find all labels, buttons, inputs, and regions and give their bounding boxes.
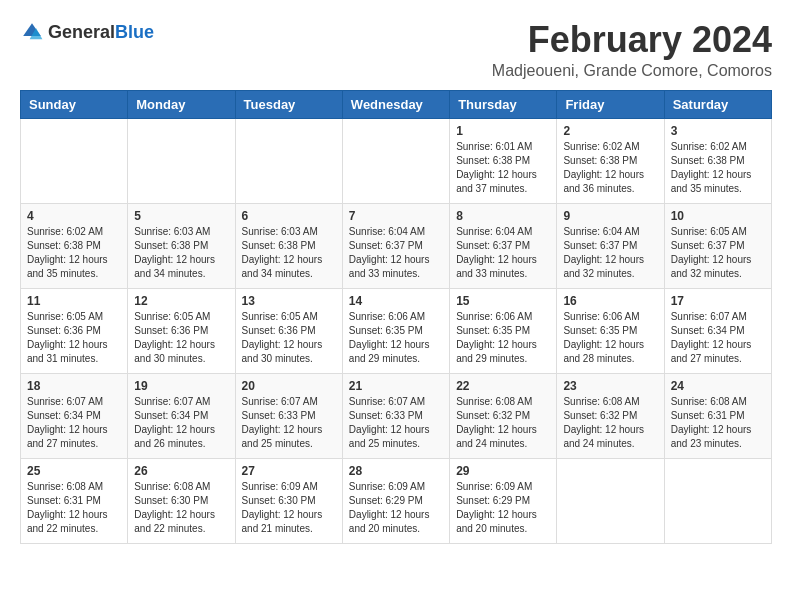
day-info: Sunrise: 6:05 AM Sunset: 6:36 PM Dayligh… [27, 310, 121, 366]
day-info: Sunrise: 6:06 AM Sunset: 6:35 PM Dayligh… [563, 310, 657, 366]
page-header: GeneralBlue February 2024 Madjeoueni, Gr… [20, 20, 772, 80]
calendar-cell: 29Sunrise: 6:09 AM Sunset: 6:29 PM Dayli… [450, 458, 557, 543]
calendar-week-row: 18Sunrise: 6:07 AM Sunset: 6:34 PM Dayli… [21, 373, 772, 458]
day-number: 7 [349, 209, 443, 223]
day-number: 6 [242, 209, 336, 223]
calendar-cell [557, 458, 664, 543]
calendar-cell: 27Sunrise: 6:09 AM Sunset: 6:30 PM Dayli… [235, 458, 342, 543]
day-info: Sunrise: 6:02 AM Sunset: 6:38 PM Dayligh… [563, 140, 657, 196]
day-info: Sunrise: 6:08 AM Sunset: 6:32 PM Dayligh… [563, 395, 657, 451]
calendar-cell: 19Sunrise: 6:07 AM Sunset: 6:34 PM Dayli… [128, 373, 235, 458]
day-number: 25 [27, 464, 121, 478]
calendar-cell: 26Sunrise: 6:08 AM Sunset: 6:30 PM Dayli… [128, 458, 235, 543]
title-area: February 2024 Madjeoueni, Grande Comore,… [492, 20, 772, 80]
day-info: Sunrise: 6:08 AM Sunset: 6:31 PM Dayligh… [671, 395, 765, 451]
calendar-cell: 14Sunrise: 6:06 AM Sunset: 6:35 PM Dayli… [342, 288, 449, 373]
calendar-cell: 10Sunrise: 6:05 AM Sunset: 6:37 PM Dayli… [664, 203, 771, 288]
calendar-header-wednesday: Wednesday [342, 90, 449, 118]
day-info: Sunrise: 6:03 AM Sunset: 6:38 PM Dayligh… [134, 225, 228, 281]
day-info: Sunrise: 6:02 AM Sunset: 6:38 PM Dayligh… [27, 225, 121, 281]
day-number: 11 [27, 294, 121, 308]
calendar-cell [664, 458, 771, 543]
calendar-cell: 15Sunrise: 6:06 AM Sunset: 6:35 PM Dayli… [450, 288, 557, 373]
day-info: Sunrise: 6:05 AM Sunset: 6:36 PM Dayligh… [242, 310, 336, 366]
day-info: Sunrise: 6:05 AM Sunset: 6:37 PM Dayligh… [671, 225, 765, 281]
calendar-cell: 1Sunrise: 6:01 AM Sunset: 6:38 PM Daylig… [450, 118, 557, 203]
calendar-cell: 9Sunrise: 6:04 AM Sunset: 6:37 PM Daylig… [557, 203, 664, 288]
day-number: 1 [456, 124, 550, 138]
day-info: Sunrise: 6:05 AM Sunset: 6:36 PM Dayligh… [134, 310, 228, 366]
day-number: 24 [671, 379, 765, 393]
day-number: 28 [349, 464, 443, 478]
calendar-week-row: 1Sunrise: 6:01 AM Sunset: 6:38 PM Daylig… [21, 118, 772, 203]
day-number: 4 [27, 209, 121, 223]
day-info: Sunrise: 6:04 AM Sunset: 6:37 PM Dayligh… [563, 225, 657, 281]
day-number: 5 [134, 209, 228, 223]
day-number: 29 [456, 464, 550, 478]
calendar-cell: 25Sunrise: 6:08 AM Sunset: 6:31 PM Dayli… [21, 458, 128, 543]
day-number: 21 [349, 379, 443, 393]
day-number: 19 [134, 379, 228, 393]
day-number: 2 [563, 124, 657, 138]
day-number: 18 [27, 379, 121, 393]
day-number: 26 [134, 464, 228, 478]
calendar-week-row: 25Sunrise: 6:08 AM Sunset: 6:31 PM Dayli… [21, 458, 772, 543]
calendar-cell [128, 118, 235, 203]
logo: GeneralBlue [20, 20, 154, 44]
calendar-week-row: 4Sunrise: 6:02 AM Sunset: 6:38 PM Daylig… [21, 203, 772, 288]
day-info: Sunrise: 6:06 AM Sunset: 6:35 PM Dayligh… [349, 310, 443, 366]
calendar-table: SundayMondayTuesdayWednesdayThursdayFrid… [20, 90, 772, 544]
day-number: 9 [563, 209, 657, 223]
day-info: Sunrise: 6:07 AM Sunset: 6:33 PM Dayligh… [242, 395, 336, 451]
calendar-cell: 4Sunrise: 6:02 AM Sunset: 6:38 PM Daylig… [21, 203, 128, 288]
day-info: Sunrise: 6:03 AM Sunset: 6:38 PM Dayligh… [242, 225, 336, 281]
calendar-cell [235, 118, 342, 203]
calendar-cell: 8Sunrise: 6:04 AM Sunset: 6:37 PM Daylig… [450, 203, 557, 288]
calendar-cell: 18Sunrise: 6:07 AM Sunset: 6:34 PM Dayli… [21, 373, 128, 458]
calendar-cell: 3Sunrise: 6:02 AM Sunset: 6:38 PM Daylig… [664, 118, 771, 203]
calendar-cell: 12Sunrise: 6:05 AM Sunset: 6:36 PM Dayli… [128, 288, 235, 373]
calendar-cell: 13Sunrise: 6:05 AM Sunset: 6:36 PM Dayli… [235, 288, 342, 373]
day-info: Sunrise: 6:09 AM Sunset: 6:29 PM Dayligh… [349, 480, 443, 536]
page-subtitle: Madjeoueni, Grande Comore, Comoros [492, 62, 772, 80]
calendar-header-tuesday: Tuesday [235, 90, 342, 118]
day-number: 13 [242, 294, 336, 308]
day-number: 23 [563, 379, 657, 393]
day-number: 14 [349, 294, 443, 308]
calendar-cell: 7Sunrise: 6:04 AM Sunset: 6:37 PM Daylig… [342, 203, 449, 288]
day-number: 10 [671, 209, 765, 223]
day-info: Sunrise: 6:04 AM Sunset: 6:37 PM Dayligh… [456, 225, 550, 281]
calendar-cell: 21Sunrise: 6:07 AM Sunset: 6:33 PM Dayli… [342, 373, 449, 458]
day-info: Sunrise: 6:09 AM Sunset: 6:29 PM Dayligh… [456, 480, 550, 536]
calendar-cell [21, 118, 128, 203]
calendar-header-friday: Friday [557, 90, 664, 118]
day-info: Sunrise: 6:09 AM Sunset: 6:30 PM Dayligh… [242, 480, 336, 536]
calendar-cell: 24Sunrise: 6:08 AM Sunset: 6:31 PM Dayli… [664, 373, 771, 458]
logo-text-blue: Blue [115, 22, 154, 42]
day-info: Sunrise: 6:08 AM Sunset: 6:31 PM Dayligh… [27, 480, 121, 536]
calendar-cell: 5Sunrise: 6:03 AM Sunset: 6:38 PM Daylig… [128, 203, 235, 288]
day-number: 12 [134, 294, 228, 308]
day-info: Sunrise: 6:08 AM Sunset: 6:32 PM Dayligh… [456, 395, 550, 451]
calendar-header-thursday: Thursday [450, 90, 557, 118]
calendar-cell: 22Sunrise: 6:08 AM Sunset: 6:32 PM Dayli… [450, 373, 557, 458]
day-info: Sunrise: 6:01 AM Sunset: 6:38 PM Dayligh… [456, 140, 550, 196]
day-number: 17 [671, 294, 765, 308]
day-number: 20 [242, 379, 336, 393]
day-info: Sunrise: 6:07 AM Sunset: 6:34 PM Dayligh… [27, 395, 121, 451]
calendar-cell: 28Sunrise: 6:09 AM Sunset: 6:29 PM Dayli… [342, 458, 449, 543]
calendar-cell: 23Sunrise: 6:08 AM Sunset: 6:32 PM Dayli… [557, 373, 664, 458]
day-info: Sunrise: 6:06 AM Sunset: 6:35 PM Dayligh… [456, 310, 550, 366]
calendar-header-row: SundayMondayTuesdayWednesdayThursdayFrid… [21, 90, 772, 118]
calendar-cell: 17Sunrise: 6:07 AM Sunset: 6:34 PM Dayli… [664, 288, 771, 373]
calendar-header-monday: Monday [128, 90, 235, 118]
calendar-cell: 20Sunrise: 6:07 AM Sunset: 6:33 PM Dayli… [235, 373, 342, 458]
day-info: Sunrise: 6:08 AM Sunset: 6:30 PM Dayligh… [134, 480, 228, 536]
day-number: 8 [456, 209, 550, 223]
calendar-cell: 16Sunrise: 6:06 AM Sunset: 6:35 PM Dayli… [557, 288, 664, 373]
day-info: Sunrise: 6:07 AM Sunset: 6:34 PM Dayligh… [671, 310, 765, 366]
logo-text-general: General [48, 22, 115, 42]
day-info: Sunrise: 6:04 AM Sunset: 6:37 PM Dayligh… [349, 225, 443, 281]
day-number: 27 [242, 464, 336, 478]
day-number: 3 [671, 124, 765, 138]
